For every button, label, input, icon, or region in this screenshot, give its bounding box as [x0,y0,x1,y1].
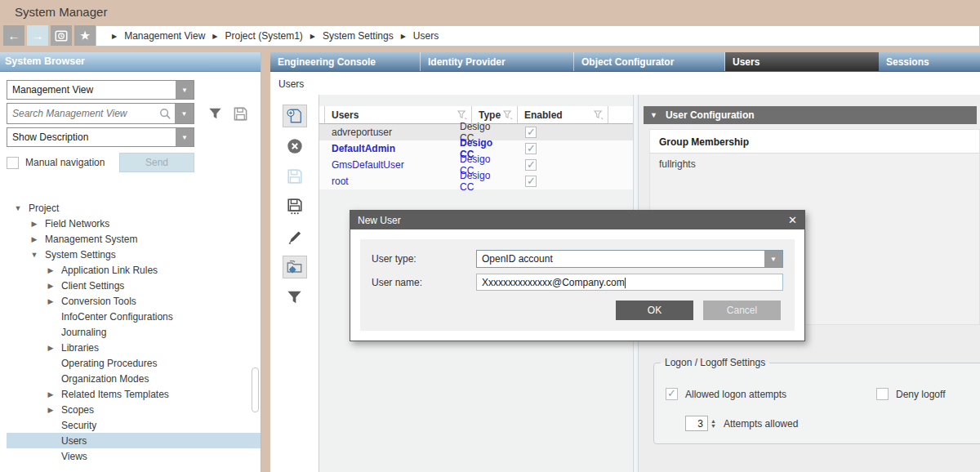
tree-item-application-link-rules[interactable]: ▶Application Link Rules [7,262,261,278]
delete-icon [286,137,304,155]
breadcrumb-item[interactable]: Management View [124,30,205,42]
dialog-title-bar[interactable]: New User ✕ [350,211,804,229]
back-button[interactable]: ← [3,25,24,46]
column-header-enabled[interactable]: Enabled [517,106,608,123]
filter-icon [286,289,303,305]
send-button[interactable]: Send [119,153,194,172]
tree-item-system-settings[interactable]: ▼System Settings [7,247,261,262]
expand-icon[interactable]: ▶ [46,266,56,274]
tree-item-users[interactable]: Users [7,433,261,448]
save-filter-button[interactable] [233,106,248,122]
chevron-down-icon[interactable]: ▼ [175,128,194,146]
enabled-checkbox[interactable] [525,143,537,154]
dialog-title: New User [358,215,401,226]
users-toolbar [270,95,319,472]
deny-logoff-checkbox[interactable] [876,388,889,400]
favorites-button[interactable]: ★ [74,25,96,46]
tree-item-field-networks[interactable]: ▶Field Networks [7,216,261,231]
filter-button[interactable] [207,106,223,121]
user-type-select[interactable]: OpenID account ▼ [476,250,783,268]
allowed-logon-attempts-checkbox[interactable] [666,388,678,400]
expand-icon[interactable]: ▶ [46,390,56,399]
tree-item-infocenter-configurations[interactable]: InfoCenter Configurations [7,309,261,324]
expand-icon[interactable]: ▶ [46,297,56,305]
list-item[interactable]: fullrights [659,158,979,170]
breadcrumb-item[interactable]: System Settings [323,30,394,42]
table-row[interactable]: root Desigo CC [319,173,633,189]
chevron-down-icon[interactable]: ▼ [764,251,782,267]
manual-navigation-checkbox[interactable] [7,157,19,169]
save-icon [286,167,304,185]
expand-icon[interactable]: ▶ [46,406,56,414]
search-icon [158,107,172,121]
tree-item-organization-modes[interactable]: Organization Modes [7,371,261,386]
forward-button[interactable]: → [27,25,48,46]
search-input[interactable] [7,108,158,119]
filter-users-button[interactable] [283,286,307,309]
tree-item-client-settings[interactable]: ▶Client Settings [7,278,261,293]
forward-arrow-icon: → [32,29,44,42]
sidebar-scrollbar-thumb[interactable] [252,367,259,412]
tree-item-views[interactable]: Views [7,448,261,464]
enabled-checkbox[interactable] [525,127,537,138]
new-user-button[interactable] [283,105,307,127]
edit-button[interactable] [283,225,307,248]
tab-engineering-console[interactable]: Engineering Console [270,52,421,71]
expand-icon[interactable]: ▶ [29,220,39,228]
tab-users[interactable]: Users [725,52,879,71]
save-button[interactable] [283,165,307,188]
tab-object-configurator[interactable]: Object Configurator [574,52,725,71]
tab-identity-provider[interactable]: Identity Provider [421,52,574,71]
view-select[interactable]: Management View ▼ [7,80,194,100]
column-filter-icon[interactable] [594,110,604,120]
tree-item-management-system[interactable]: ▶Management System [7,231,261,247]
attempts-allowed-input[interactable]: 3 [685,416,708,431]
collapse-icon: ▼ [650,111,657,119]
search-box: ▼ [7,103,194,124]
column-header-users[interactable]: Users [324,106,471,123]
tree-item-conversion-tools[interactable]: ▶Conversion Tools [7,293,261,309]
manage-groups-button[interactable] [283,256,307,278]
enabled-checkbox[interactable] [525,159,537,171]
save-icon [233,106,248,122]
breadcrumb-item[interactable]: Users [413,30,439,42]
chevron-down-icon[interactable]: ▼ [175,104,194,123]
user-name-input[interactable]: Xxxxxxxxxxxxxx@Company.com [476,274,783,291]
tree-item-project[interactable]: ▼Project [7,200,261,216]
spinner-down-icon[interactable]: ▼ [710,424,716,429]
history-button[interactable] [51,25,72,46]
breadcrumb-item[interactable]: Project (System1) [225,30,302,42]
back-arrow-icon: ← [8,29,20,42]
delete-user-button[interactable] [283,135,307,158]
navigation-tree: ▼Project ▶Field Networks ▶Management Sys… [7,200,261,464]
tree-item-security[interactable]: Security [7,417,261,433]
tree-item-libraries[interactable]: ▶Libraries [7,340,261,355]
chevron-down-icon[interactable]: ▼ [175,81,194,99]
enabled-checkbox[interactable] [525,176,537,187]
tree-item-related-items-templates[interactable]: ▶Related Items Templates [7,386,261,402]
system-browser-panel: System Browser Management View ▼ ▼ [0,52,261,472]
collapse-icon[interactable]: ▼ [13,204,23,212]
collapse-icon[interactable]: ▼ [29,251,39,259]
expand-icon[interactable]: ▶ [46,282,56,290]
description-select[interactable]: Show Description ▼ [7,127,194,147]
expand-icon[interactable]: ▶ [29,235,39,243]
ok-button[interactable]: OK [616,301,693,320]
text-cursor [625,278,626,288]
column-filter-icon[interactable] [503,110,514,120]
column-filter-icon[interactable] [457,110,468,120]
tree-item-journaling[interactable]: Journaling [7,324,261,340]
system-manager-window: System Manager ← → ★ ▶ Management View ▶… [0,0,980,472]
tree-item-scopes[interactable]: ▶Scopes [7,402,261,417]
user-configuration-header[interactable]: ▼ User Configuration [644,106,977,124]
breadcrumb-arrow-icon: ▶ [212,33,217,40]
cancel-button[interactable]: Cancel [703,301,781,320]
close-icon[interactable]: ✕ [788,214,797,226]
group-membership-title: Group Membership [650,130,979,154]
navigation-row: ← → ★ ▶ Management View ▶ Project (Syste… [0,25,980,47]
expand-icon[interactable]: ▶ [46,344,56,352]
save-as-button[interactable] [283,195,307,218]
tree-item-operating-procedures[interactable]: Operating Procedures [7,355,261,371]
tab-sessions[interactable]: Sessions [879,52,980,71]
new-user-dialog: New User ✕ User type: OpenID account ▼ U… [350,210,805,341]
